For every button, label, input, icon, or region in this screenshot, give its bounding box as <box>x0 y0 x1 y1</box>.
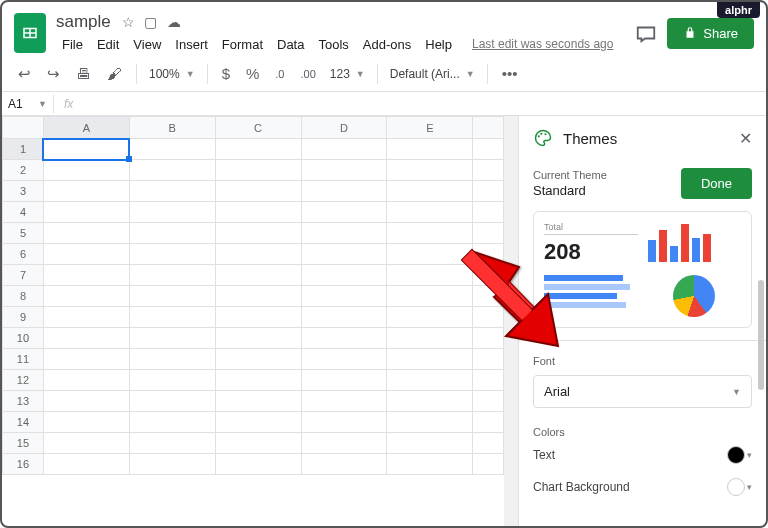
column-header[interactable]: C <box>215 117 301 139</box>
menu-view[interactable]: View <box>127 34 167 55</box>
row-header[interactable]: 12 <box>3 370 44 391</box>
menu-addons[interactable]: Add-ons <box>357 34 417 55</box>
menu-data[interactable]: Data <box>271 34 310 55</box>
format-123-select[interactable]: 123▼ <box>326 65 369 83</box>
column-header[interactable] <box>473 117 504 139</box>
currency-button[interactable]: $ <box>216 61 236 86</box>
row-header[interactable]: 10 <box>3 328 44 349</box>
menu-format[interactable]: Format <box>216 34 269 55</box>
theme-preview-card[interactable]: Total 208 <box>533 211 752 328</box>
close-icon[interactable]: ✕ <box>739 129 752 148</box>
menu-edit[interactable]: Edit <box>91 34 125 55</box>
row-header[interactable]: 2 <box>3 160 44 181</box>
palette-icon <box>533 128 553 148</box>
decrease-decimal-button[interactable]: .0 <box>269 64 290 84</box>
increase-decimal-button[interactable]: .00 <box>295 64 322 84</box>
sheets-logo[interactable] <box>14 13 46 53</box>
current-theme-label: Current Theme <box>533 169 607 181</box>
separator <box>487 64 488 84</box>
themes-panel: Themes ✕ Current Theme Standard Done Tot… <box>518 116 766 526</box>
text-color-picker[interactable]: ▾ <box>727 446 752 464</box>
row-header[interactable]: 11 <box>3 349 44 370</box>
print-icon[interactable]: 🖶 <box>70 61 97 86</box>
color-text-label: Text <box>533 448 555 462</box>
undo-icon[interactable]: ↩ <box>12 61 37 87</box>
separator <box>377 64 378 84</box>
preview-scorecard: Total 208 <box>544 222 638 265</box>
divider <box>519 340 766 341</box>
doc-name[interactable]: sample <box>56 12 111 32</box>
fill-handle[interactable] <box>126 156 132 162</box>
zoom-select[interactable]: 100%▼ <box>145 65 199 83</box>
comments-icon[interactable] <box>635 22 657 44</box>
row-header[interactable]: 15 <box>3 433 44 454</box>
menu-insert[interactable]: Insert <box>169 34 214 55</box>
row-header[interactable]: 1 <box>3 139 44 160</box>
select-all-corner[interactable] <box>3 117 44 139</box>
menu-help[interactable]: Help <box>419 34 458 55</box>
svg-point-4 <box>538 135 540 137</box>
font-section-label: Font <box>533 355 752 367</box>
svg-point-6 <box>544 133 546 135</box>
watermark-badge: alphr <box>717 2 760 18</box>
star-icon[interactable]: ☆ <box>122 14 135 30</box>
separator <box>207 64 208 84</box>
spreadsheet-grid[interactable]: A B C D E 1 2 3 4 5 6 7 8 9 10 11 12 13 … <box>2 116 504 526</box>
colors-section-label: Colors <box>533 426 752 438</box>
column-header[interactable]: B <box>129 117 215 139</box>
row-header[interactable]: 14 <box>3 412 44 433</box>
row-header[interactable]: 7 <box>3 265 44 286</box>
titlebar: sample ☆ ▢ ☁ File Edit View Insert Forma… <box>2 2 766 56</box>
preview-table <box>544 275 638 317</box>
done-button[interactable]: Done <box>681 168 752 199</box>
paint-format-icon[interactable]: 🖌 <box>101 61 128 86</box>
cell-a1[interactable] <box>43 139 129 160</box>
row-header[interactable]: 5 <box>3 223 44 244</box>
menu-file[interactable]: File <box>56 34 89 55</box>
doc-info: sample ☆ ▢ ☁ File Edit View Insert Forma… <box>56 12 635 55</box>
row-header[interactable]: 8 <box>3 286 44 307</box>
redo-icon[interactable]: ↪ <box>41 61 66 87</box>
panel-title: Themes <box>563 130 729 147</box>
font-select-dropdown[interactable]: Arial▼ <box>533 375 752 408</box>
more-toolbar-icon[interactable]: ••• <box>496 61 524 86</box>
sheets-icon <box>21 22 39 44</box>
name-box[interactable]: A1▼ <box>2 95 54 113</box>
row-header[interactable]: 9 <box>3 307 44 328</box>
vertical-scrollbar[interactable] <box>504 116 518 526</box>
percent-button[interactable]: % <box>240 61 265 86</box>
svg-point-5 <box>540 133 542 135</box>
fx-label: fx <box>54 97 83 111</box>
formula-bar: A1▼ fx <box>2 92 766 116</box>
preview-pie-chart <box>648 275 742 317</box>
current-theme-name: Standard <box>533 183 607 198</box>
last-edit-link[interactable]: Last edit was seconds ago <box>466 34 619 54</box>
column-header[interactable]: A <box>43 117 129 139</box>
move-icon[interactable]: ▢ <box>144 14 157 30</box>
row-header[interactable]: 6 <box>3 244 44 265</box>
chart-bg-color-picker[interactable]: ▾ <box>727 478 752 496</box>
share-label: Share <box>703 26 738 41</box>
column-header[interactable]: E <box>387 117 473 139</box>
separator <box>136 64 137 84</box>
color-bg-label: Chart Background <box>533 480 630 494</box>
row-header[interactable]: 4 <box>3 202 44 223</box>
row-header[interactable]: 3 <box>3 181 44 202</box>
menu-tools[interactable]: Tools <box>312 34 354 55</box>
toolbar: ↩ ↪ 🖶 🖌 100%▼ $ % .0 .00 123▼ Default (A… <box>2 56 766 92</box>
panel-scrollbar[interactable] <box>758 280 764 390</box>
preview-bar-chart <box>648 222 742 262</box>
share-button[interactable]: Share <box>667 18 754 49</box>
column-header[interactable]: D <box>301 117 387 139</box>
cloud-icon[interactable]: ☁ <box>167 14 181 30</box>
menubar: File Edit View Insert Format Data Tools … <box>56 34 635 55</box>
lock-icon <box>683 26 697 40</box>
chevron-down-icon: ▼ <box>732 387 741 397</box>
font-select[interactable]: Default (Ari...▼ <box>386 65 479 83</box>
row-header[interactable]: 13 <box>3 391 44 412</box>
row-header[interactable]: 16 <box>3 454 44 475</box>
